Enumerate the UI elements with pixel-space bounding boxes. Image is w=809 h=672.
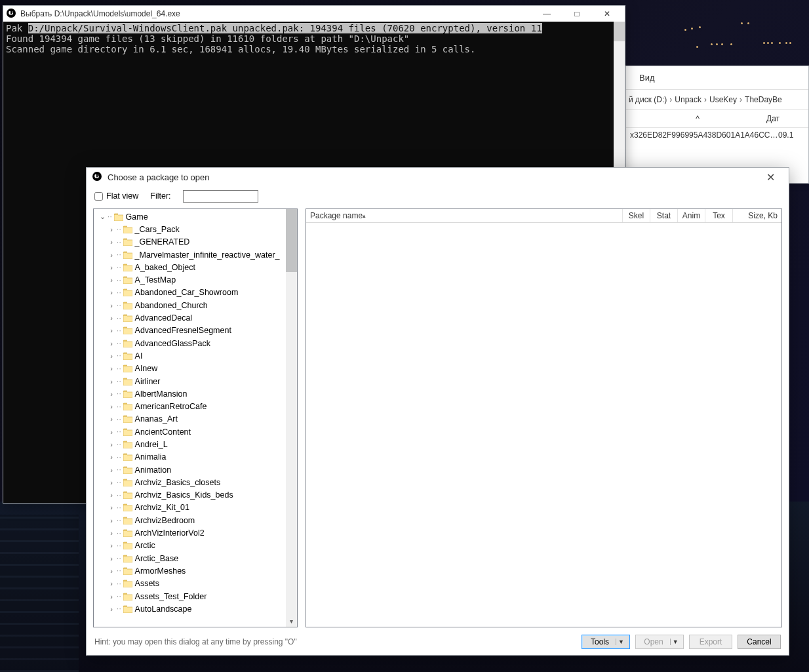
tree-folder[interactable]: ›··AdvancedDecal	[94, 311, 286, 324]
tree-folder[interactable]: ›··_Cars_Pack	[94, 223, 286, 235]
flat-view-checkbox[interactable]: Flat view	[94, 191, 138, 201]
tree-folder[interactable]: ›··AInew	[94, 363, 286, 375]
tree-folder[interactable]: ›··Arctic	[94, 540, 286, 552]
expand-icon[interactable]: ›	[107, 466, 116, 474]
close-button[interactable]: ✕	[592, 6, 622, 22]
tree-folder[interactable]: ›··_GENERATED	[94, 236, 286, 248]
dialog-close-button[interactable]: ✕	[757, 168, 783, 186]
expand-icon[interactable]: ›	[107, 529, 116, 537]
expand-icon[interactable]: ›	[107, 264, 116, 271]
expand-icon[interactable]: ›	[107, 428, 116, 436]
flat-view-input[interactable]	[94, 192, 103, 201]
col-stat[interactable]: Stat	[650, 209, 678, 222]
expand-icon[interactable]: ›	[107, 276, 116, 284]
expand-icon[interactable]: ›	[107, 567, 116, 575]
expand-icon[interactable]: ›	[107, 365, 116, 372]
col-name-sort[interactable]: ^	[629, 114, 766, 123]
expand-icon[interactable]: ›	[107, 593, 116, 601]
tree-folder[interactable]: ›··A_baked_Object	[94, 261, 286, 273]
expand-icon[interactable]: ›	[107, 555, 116, 563]
expand-icon[interactable]: ›	[107, 226, 116, 233]
tree-folder[interactable]: ›··Airliner	[94, 375, 286, 387]
col-date[interactable]: Дат	[766, 114, 806, 123]
tree-folder[interactable]: ›··Abandoned_Church	[94, 299, 286, 311]
tree-scrollbar[interactable]: ▾	[286, 209, 297, 627]
expand-icon[interactable]: ›	[107, 251, 116, 259]
console-titlebar[interactable]: Выбрать D:\Unpack\Umodels\umodel_64.exe …	[3, 6, 625, 22]
cancel-button[interactable]: Cancel	[738, 635, 781, 649]
expand-icon[interactable]: ›	[107, 326, 116, 334]
tools-button[interactable]: Tools ▼	[582, 635, 630, 649]
collapse-icon[interactable]: ⌄	[98, 212, 107, 221]
tree-folder[interactable]: ›··ArchvizBedroom	[94, 514, 286, 526]
package-list[interactable]: Package name ▴ Skel Stat Anim Tex Size, …	[306, 208, 782, 627]
dropdown-icon[interactable]: ▼	[616, 639, 626, 645]
expand-icon[interactable]: ›	[107, 390, 116, 398]
expand-icon[interactable]: ›	[107, 340, 116, 347]
expand-icon[interactable]: ›	[107, 491, 116, 499]
dialog-titlebar[interactable]: Choose a package to open ✕	[87, 168, 789, 186]
expand-icon[interactable]: ›	[107, 580, 116, 587]
tree-folder[interactable]: ›··Arctic_Base	[94, 552, 286, 564]
tree-folder[interactable]: ›··AdvancedGlassPack	[94, 337, 286, 349]
filter-input[interactable]	[183, 190, 258, 203]
tree-folder[interactable]: ›··Abandoned_Car_Showroom	[94, 287, 286, 299]
crumb[interactable]: TheDayBe	[745, 95, 782, 104]
tree-folder[interactable]: ›··AI	[94, 349, 286, 362]
expand-icon[interactable]: ›	[107, 378, 116, 385]
col-anim[interactable]: Anim	[678, 209, 705, 222]
expand-icon[interactable]: ›	[107, 352, 116, 360]
tree-root[interactable]: ⌄ ·· Game	[94, 210, 286, 223]
tree-folder[interactable]: ›··Assets_Test_Folder	[94, 590, 286, 603]
expand-icon[interactable]: ›	[107, 403, 116, 410]
maximize-button[interactable]: □	[562, 6, 592, 22]
expand-icon[interactable]: ›	[107, 314, 116, 322]
tree-folder[interactable]: ›··AncientContent	[94, 425, 286, 438]
tree-folder[interactable]: ›··_Marvelmaster_infinite_reactive_water…	[94, 248, 286, 261]
expand-icon[interactable]: ›	[107, 238, 116, 246]
tree-folder[interactable]: ›··Assets	[94, 578, 286, 590]
open-button[interactable]: Open ▼	[635, 635, 684, 649]
tree-folder[interactable]: ›··Ananas_Art	[94, 413, 286, 425]
expand-icon[interactable]: ›	[107, 504, 116, 511]
col-size[interactable]: Size, Kb	[733, 209, 781, 222]
expand-icon[interactable]: ›	[107, 302, 116, 309]
expand-icon[interactable]: ›	[107, 415, 116, 423]
tree-folder[interactable]: ›··Archviz_Basics_closets	[94, 476, 286, 488]
col-package-name[interactable]: Package name ▴	[306, 209, 623, 222]
tree-folder[interactable]: ›··ArchVizInteriorVol2	[94, 526, 286, 539]
scrollbar-thumb[interactable]	[614, 22, 625, 41]
expand-icon[interactable]: ›	[107, 605, 116, 613]
explorer-breadcrumb[interactable]: й диск (D:) › Unpack › UseKey › TheDayBe	[626, 90, 808, 110]
col-skel[interactable]: Skel	[623, 209, 650, 222]
crumb[interactable]: й диск (D:)	[629, 95, 667, 104]
explorer-column-headers[interactable]: ^ Дат	[626, 110, 808, 128]
tree-folder[interactable]: ›··AlbertMansion	[94, 387, 286, 400]
crumb[interactable]: UseKey	[709, 95, 737, 104]
tree-folder[interactable]: ›··ArmorMeshes	[94, 564, 286, 577]
explorer-file-row[interactable]: x326ED82F996995A438D601A1A46CCCF... 09.1	[626, 128, 808, 142]
dropdown-icon[interactable]: ▼	[670, 639, 681, 645]
expand-icon[interactable]: ›	[107, 542, 116, 549]
col-tex[interactable]: Tex	[705, 209, 733, 222]
tree-folder[interactable]: ›··AmericanRetroCafe	[94, 400, 286, 412]
crumb[interactable]: Unpack	[675, 95, 701, 104]
tree-folder[interactable]: ›··Archviz_Kit_01	[94, 502, 286, 514]
expand-icon[interactable]: ›	[107, 517, 116, 524]
tree-folder[interactable]: ›··AutoLandscape	[94, 603, 286, 615]
scrollbar-thumb[interactable]	[286, 209, 297, 272]
explorer-menu-view[interactable]: Вид	[626, 66, 808, 90]
scroll-down-icon[interactable]: ▾	[286, 616, 297, 627]
list-headers[interactable]: Package name ▴ Skel Stat Anim Tex Size, …	[306, 209, 781, 223]
expand-icon[interactable]: ›	[107, 441, 116, 448]
tree-folder[interactable]: ›··Andrei_L	[94, 438, 286, 450]
minimize-button[interactable]: —	[532, 6, 562, 22]
tree-folder[interactable]: ›··AdvancedFresnelSegment	[94, 325, 286, 337]
folder-tree[interactable]: ⌄ ·· Game ›··_Cars_Pack›··_GENERATED›··_…	[93, 208, 298, 627]
tree-folder[interactable]: ›··Animalia	[94, 451, 286, 464]
export-button[interactable]: Export	[689, 635, 732, 649]
tree-folder[interactable]: ›··Animation	[94, 464, 286, 476]
expand-icon[interactable]: ›	[107, 479, 116, 486]
tree-folder[interactable]: ›··A_TestMap	[94, 273, 286, 286]
expand-icon[interactable]: ›	[107, 288, 116, 296]
